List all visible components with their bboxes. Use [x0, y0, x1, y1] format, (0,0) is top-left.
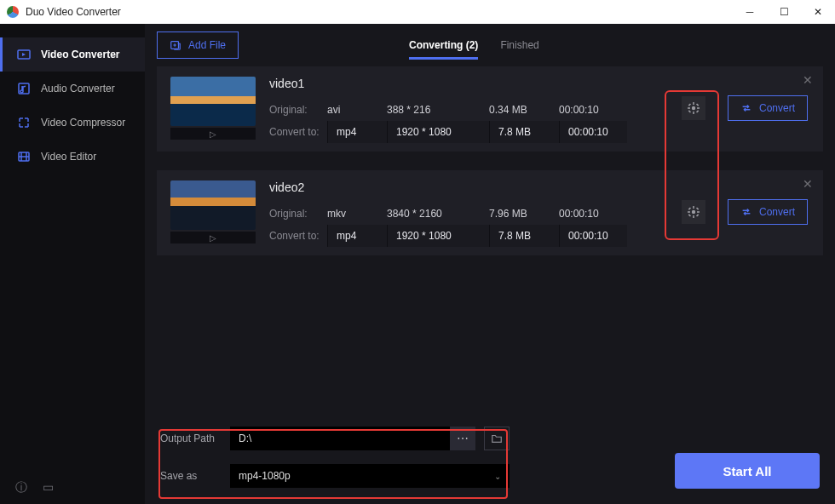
- orig-size: 7.96 MB: [489, 208, 559, 220]
- convert-label: Convert: [759, 102, 795, 114]
- convert-to-label: Convert to:: [269, 126, 327, 138]
- remove-item-button[interactable]: ✕: [803, 177, 813, 191]
- convert-label: Convert: [759, 206, 795, 218]
- main-area: Add File Converting (2) Finished ✕ ▷ vid…: [145, 24, 835, 504]
- svg-rect-20: [696, 207, 699, 209]
- svg-point-4: [692, 106, 695, 110]
- file-item: ✕ ▷ video2 Original: mkv 3840 * 2160 7.9…: [157, 170, 823, 255]
- orig-duration: 00:00:10: [559, 104, 627, 116]
- svg-rect-11: [696, 103, 699, 106]
- svg-rect-6: [693, 112, 694, 114]
- conv-duration: 00:00:10: [559, 121, 627, 143]
- open-folder-button[interactable]: [484, 427, 510, 450]
- app-title: Duo Video Converter: [26, 6, 121, 18]
- original-label: Original:: [269, 208, 327, 220]
- svg-rect-10: [696, 110, 699, 112]
- toolbar: Add File Converting (2) Finished: [145, 24, 835, 66]
- conv-resolution: 1920 * 1080: [387, 121, 489, 143]
- sidebar-item-label: Audio Converter: [41, 83, 115, 94]
- start-all-label: Start All: [723, 464, 772, 478]
- save-as-label: Save as: [160, 470, 230, 482]
- audio-converter-icon: [17, 82, 31, 95]
- play-button[interactable]: ▷: [170, 128, 256, 140]
- add-file-label: Add File: [188, 39, 226, 51]
- close-window-button[interactable]: ✕: [801, 0, 835, 24]
- svg-rect-17: [697, 211, 700, 213]
- title-bar: Duo Video Converter ─ ☐ ✕: [0, 0, 835, 24]
- sidebar-item-label: Video Compressor: [41, 117, 125, 129]
- conv-size: 7.8 MB: [489, 225, 559, 247]
- conv-format: mp4: [327, 121, 387, 143]
- conv-format: mp4: [327, 225, 387, 247]
- info-icon[interactable]: ⓘ: [15, 480, 27, 495]
- sidebar-item-audio-converter[interactable]: Audio Converter: [0, 72, 145, 106]
- remove-item-button[interactable]: ✕: [803, 73, 813, 87]
- minimize-button[interactable]: ─: [733, 0, 767, 24]
- convert-button[interactable]: Convert: [728, 199, 808, 225]
- svg-rect-14: [693, 206, 694, 209]
- conv-resolution: 1920 * 1080: [387, 225, 489, 247]
- video-thumbnail: [170, 77, 256, 126]
- add-file-button[interactable]: Add File: [157, 32, 239, 59]
- video-thumbnail: [170, 180, 256, 230]
- convert-icon: [740, 102, 752, 114]
- video-converter-icon: [17, 48, 31, 61]
- maximize-button[interactable]: ☐: [767, 0, 801, 24]
- original-label: Original:: [269, 104, 327, 116]
- video-title: video1: [269, 77, 808, 90]
- browse-path-button[interactable]: ⋯: [450, 427, 475, 450]
- gear-icon: [687, 101, 700, 115]
- convert-to-label: Convert to:: [269, 230, 327, 242]
- svg-rect-16: [688, 211, 690, 213]
- settings-button[interactable]: [682, 200, 705, 224]
- save-as-dropdown[interactable]: mp4-1080p ⌄: [230, 464, 510, 488]
- video-title: video2: [269, 180, 808, 194]
- settings-button[interactable]: [682, 96, 705, 120]
- chevron-down-icon: ⌄: [494, 472, 501, 481]
- play-button[interactable]: ▷: [170, 232, 256, 243]
- start-all-button[interactable]: Start All: [675, 453, 820, 489]
- orig-resolution: 388 * 216: [387, 104, 489, 116]
- sidebar-item-label: Video Editor: [41, 151, 96, 163]
- svg-rect-15: [693, 215, 694, 218]
- sidebar-item-video-compressor[interactable]: Video Compressor: [0, 106, 145, 140]
- svg-rect-8: [697, 107, 700, 109]
- svg-rect-21: [688, 214, 691, 216]
- conv-size: 7.8 MB: [489, 121, 559, 143]
- tab-finished[interactable]: Finished: [500, 24, 538, 66]
- convert-button[interactable]: Convert: [728, 95, 808, 121]
- feedback-icon[interactable]: ▭: [43, 480, 54, 495]
- orig-size: 0.34 MB: [489, 104, 559, 116]
- orig-duration: 00:00:10: [559, 208, 627, 220]
- conv-duration: 00:00:10: [559, 225, 627, 247]
- svg-rect-7: [688, 107, 690, 109]
- sidebar-item-label: Video Converter: [41, 49, 119, 60]
- output-path-label: Output Path: [160, 432, 230, 444]
- folder-icon: [491, 432, 503, 444]
- convert-icon: [740, 206, 752, 218]
- video-editor-icon: [17, 150, 31, 163]
- svg-point-13: [692, 210, 695, 214]
- orig-resolution: 3840 * 2160: [387, 208, 489, 220]
- svg-rect-9: [688, 103, 691, 106]
- output-path-input[interactable]: [230, 427, 450, 450]
- orig-format: avi: [327, 104, 387, 116]
- svg-rect-18: [688, 207, 691, 209]
- gear-icon: [687, 205, 700, 219]
- add-file-icon: [170, 39, 181, 51]
- orig-format: mkv: [327, 208, 387, 220]
- file-item: ✕ ▷ video1 Original: avi 388 * 216 0.34 …: [157, 66, 823, 152]
- sidebar: Video Converter Audio Converter Video Co…: [0, 24, 145, 504]
- svg-rect-5: [693, 102, 694, 105]
- tab-converting[interactable]: Converting (2): [409, 24, 478, 66]
- sidebar-item-video-editor[interactable]: Video Editor: [0, 140, 145, 174]
- footer: Output Path ⋯ Save as mp4-1080p ⌄: [145, 426, 835, 504]
- app-logo-icon: [7, 6, 19, 18]
- svg-rect-19: [696, 214, 699, 216]
- save-as-value: mp4-1080p: [239, 470, 291, 482]
- svg-rect-12: [688, 110, 691, 112]
- video-compressor-icon: [17, 116, 31, 129]
- sidebar-item-video-converter[interactable]: Video Converter: [0, 37, 145, 72]
